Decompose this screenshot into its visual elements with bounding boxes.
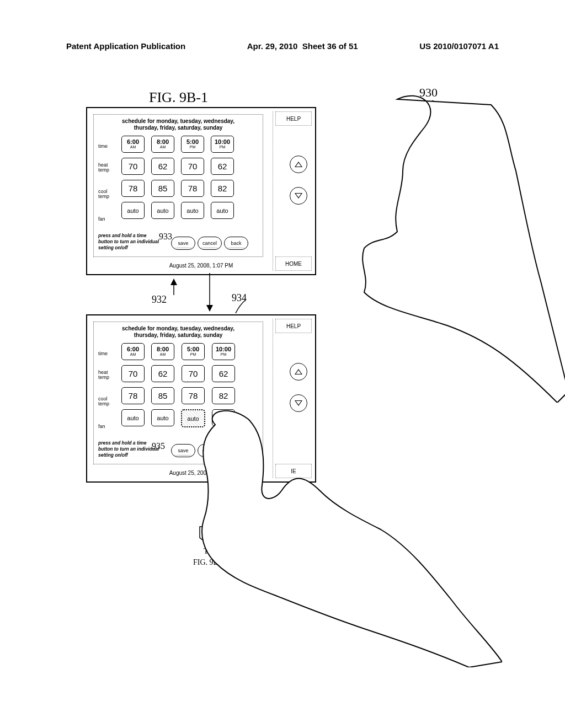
fan-cell[interactable]: auto [211,202,234,219]
schedule-col: 10:00PM 62 82 auto [211,136,234,219]
row-label-fan: fan [98,424,105,429]
heat-cell[interactable]: 70 [182,365,205,382]
cool-cell[interactable]: 78 [182,387,205,404]
time-cell[interactable]: 6:00AM [121,343,145,360]
hand-top-icon [331,94,565,403]
schedule-title: schedule for monday, tuesday, wednesday,… [94,118,263,131]
down-button[interactable] [290,187,307,205]
row-label-time: time [98,351,108,356]
schedule-col: 5:00PM 70 78 auto [181,136,204,219]
schedule-col: 6:00AM 70 78 auto [121,343,145,427]
schedule-grid: 6:00AM 70 78 auto 8:00AM 62 85 auto 5:00… [121,136,234,219]
svg-marker-2 [206,305,213,312]
ref-932: 932 [152,294,167,306]
time-cell[interactable]: 10:00PM [211,136,234,153]
header-date: Apr. 29, 2010 Sheet 36 of 51 [247,41,358,51]
time-cell[interactable]: 5:00PM [181,136,204,153]
arrow-up-icon [168,279,179,295]
doc-header: Patent Application Publication Apr. 29, … [0,41,565,51]
fan-cell[interactable]: auto [121,409,145,426]
time-cell[interactable]: 8:00AM [151,136,174,153]
row-label-heat: heattemp [98,163,109,173]
help-button[interactable]: HELP [275,319,312,333]
heat-cell[interactable]: 62 [211,158,234,175]
hint-text: press and hold a time button to turn an … [98,233,159,251]
schedule-col: 8:00AM 62 85 auto [151,136,174,219]
arrow-leader-icon [234,299,248,315]
row-label-cool: cooltemp [98,397,109,406]
triangle-up-icon [295,369,302,374]
heat-cell[interactable]: 70 [121,365,145,382]
time-cell[interactable]: 10:00PM [212,343,235,360]
arrow-down-icon [204,273,215,314]
fan-cell[interactable]: auto [181,202,204,219]
back-button[interactable]: back [224,237,248,250]
schedule-col: 8:00AM 62 85 auto [151,343,174,427]
cool-cell[interactable]: 82 [211,180,234,197]
ref-935: 935 [152,441,165,451]
save-button[interactable]: save [171,237,195,250]
heat-cell[interactable]: 62 [212,365,235,382]
time-cell[interactable]: 8:00AM [151,343,174,360]
cancel-button[interactable]: cancel [198,237,222,250]
triangle-down-icon [295,400,302,406]
up-button[interactable] [290,156,307,173]
page: Patent Application Publication Apr. 29, … [0,0,565,728]
save-button[interactable]: save [171,444,195,457]
fan-cell[interactable]: auto [151,202,174,219]
heat-cell[interactable]: 62 [151,158,174,175]
thermostat-panel-1: schedule for monday, tuesday, wednesday,… [86,107,316,275]
header-pubno: US 2010/0107071 A1 [419,41,499,51]
heat-cell[interactable]: 70 [121,158,145,175]
row-label-cool: cooltemp [98,189,109,199]
time-cell[interactable]: 5:00PM [182,343,205,360]
svg-marker-4 [170,279,177,285]
heat-cell[interactable]: 70 [181,158,204,175]
row-label-time: time [98,143,108,149]
schedule-title: schedule for monday, tuesday, wednesday,… [94,325,263,339]
row-label-heat: heattemp [98,370,109,380]
row-label-fan: fan [98,216,105,222]
panel-inner: schedule for monday, tuesday, wednesday,… [93,114,263,257]
help-button[interactable]: HELP [275,111,312,126]
fan-cell[interactable]: auto [121,202,145,219]
ref-933: 933 [159,232,172,242]
hand-bottom-icon [193,408,502,667]
header-left: Patent Application Publication [66,41,185,51]
up-button[interactable] [290,363,307,381]
hint-text: press and hold a time button to turn an … [98,440,159,458]
figure-title: FIG. 9B-1 [149,89,208,106]
heat-cell[interactable]: 62 [151,365,174,382]
fan-cell[interactable]: auto [151,409,174,426]
timestamp: August 25, 2008, 1:07 PM [87,263,315,269]
triangle-up-icon [295,162,302,167]
cool-cell[interactable]: 85 [151,387,174,404]
schedule-col: 6:00AM 70 78 auto [121,136,145,219]
cool-cell[interactable]: 78 [121,387,145,404]
time-cell[interactable]: 6:00AM [121,136,145,153]
cool-cell[interactable]: 82 [212,387,235,404]
cool-cell[interactable]: 85 [151,180,174,197]
action-row: save cancel back [171,237,248,250]
cool-cell[interactable]: 78 [121,180,145,197]
triangle-down-icon [295,193,302,199]
cool-cell[interactable]: 78 [181,180,204,197]
